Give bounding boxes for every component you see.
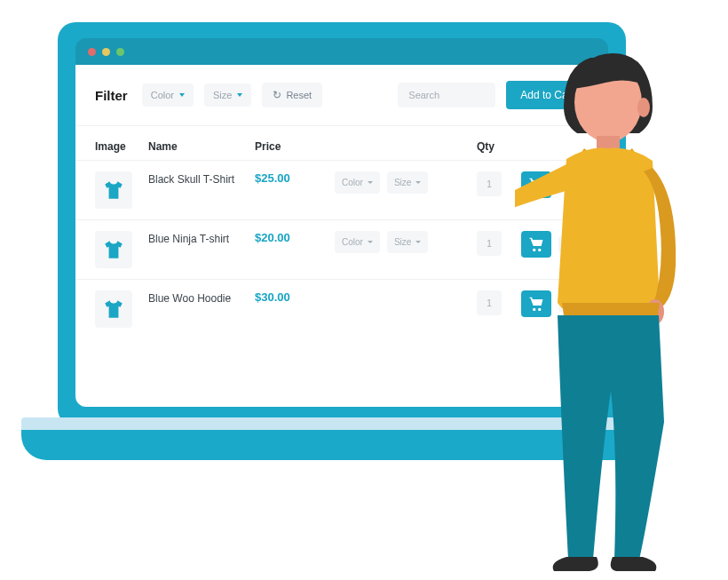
person-illustration: [515, 49, 710, 573]
window-zoom-dot[interactable]: [116, 48, 124, 56]
reset-icon: ↻: [273, 89, 281, 101]
qty-input[interactable]: 1: [477, 231, 502, 256]
product-price: $20.00: [255, 231, 335, 244]
reset-label: Reset: [286, 90, 312, 100]
row-size-dropdown[interactable]: Size: [387, 171, 428, 194]
row-color-label: Color: [342, 178, 363, 187]
tshirt-icon: [102, 179, 125, 202]
svg-point-1: [637, 98, 650, 117]
product-price: $25.00: [255, 171, 335, 185]
qty-input[interactable]: 1: [477, 290, 502, 315]
column-header-name: Name: [148, 140, 255, 153]
chevron-down-icon: [237, 93, 242, 97]
product-name[interactable]: Blue Ninja T-shirt: [148, 231, 255, 247]
chevron-down-icon: [415, 181, 421, 184]
filter-color-label: Color: [151, 90, 174, 100]
chevron-down-icon: [415, 241, 421, 243]
tshirt-icon: [102, 238, 125, 261]
product-name[interactable]: Black Skull T-Shirt: [148, 171, 255, 187]
qty-input[interactable]: 1: [477, 171, 502, 196]
reset-button[interactable]: ↻ Reset: [262, 83, 322, 107]
row-color-dropdown[interactable]: Color: [335, 231, 380, 253]
product-name[interactable]: Blue Woo Hoodie: [148, 290, 255, 306]
window-minimize-dot[interactable]: [102, 48, 110, 56]
row-size-label: Size: [394, 237, 411, 247]
row-color-label: Color: [342, 237, 363, 247]
product-thumbnail[interactable]: [95, 290, 132, 328]
filter-color-dropdown[interactable]: Color: [142, 83, 194, 107]
chevron-down-icon: [179, 93, 185, 97]
column-header-price: Price: [255, 140, 335, 153]
chevron-down-icon: [368, 181, 373, 184]
window-close-dot[interactable]: [88, 48, 96, 56]
search-input[interactable]: [398, 83, 495, 107]
row-size-dropdown[interactable]: Size: [387, 231, 428, 253]
row-size-label: Size: [394, 178, 411, 187]
row-color-dropdown[interactable]: Color: [335, 171, 380, 194]
filter-label: Filter: [95, 88, 128, 103]
tshirt-icon: [102, 298, 125, 321]
filter-size-dropdown[interactable]: Size: [204, 83, 251, 107]
filter-size-label: Size: [213, 90, 232, 100]
product-price: $30.00: [255, 290, 335, 304]
product-thumbnail[interactable]: [95, 231, 132, 268]
product-thumbnail[interactable]: [95, 171, 132, 209]
chevron-down-icon: [368, 241, 373, 243]
column-header-image: Image: [95, 140, 148, 153]
